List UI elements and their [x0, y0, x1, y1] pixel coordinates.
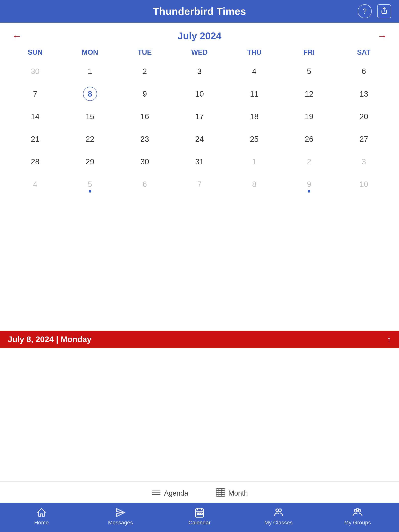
month-label: Month: [228, 489, 248, 497]
day-number: 14: [28, 109, 42, 123]
day-number: 25: [247, 132, 261, 146]
day-header-tue: TUE: [117, 45, 172, 60]
calendar-day[interactable]: 13: [336, 82, 391, 105]
day-number: 30: [138, 155, 152, 169]
share-button[interactable]: [377, 4, 391, 18]
nav-label-groups: My Groups: [344, 519, 371, 526]
calendar-day[interactable]: 6: [117, 173, 172, 196]
calendar-day[interactable]: 20: [336, 105, 391, 128]
share-icon: [381, 7, 388, 16]
calendar-day[interactable]: 4: [227, 60, 282, 82]
nav-item-calendar[interactable]: Calendar: [180, 507, 219, 526]
calendar-day[interactable]: 29: [63, 150, 117, 173]
day-number: 8: [247, 177, 261, 191]
calendar-day[interactable]: 3: [172, 60, 227, 82]
day-number: 28: [28, 155, 42, 169]
calendar-day[interactable]: 5: [63, 173, 117, 196]
calendar-day[interactable]: 16: [117, 105, 172, 128]
calendar-week-1: 78910111213: [8, 82, 391, 105]
calendar-day[interactable]: 9: [117, 82, 172, 105]
calendar-day[interactable]: 17: [172, 105, 227, 128]
calendar-day[interactable]: 7: [172, 173, 227, 196]
nav-item-home[interactable]: Home: [22, 507, 61, 526]
nav-item-groups[interactable]: My Groups: [338, 507, 377, 526]
calendar-day[interactable]: 6: [336, 60, 391, 82]
calendar-day[interactable]: 21: [8, 128, 63, 150]
day-number: 6: [138, 177, 152, 191]
calendar-day[interactable]: 27: [336, 128, 391, 150]
nav-item-messages[interactable]: Messages: [101, 507, 140, 526]
calendar-day[interactable]: 18: [227, 105, 282, 128]
day-number: 4: [247, 64, 261, 78]
day-header-wed: WED: [172, 45, 227, 60]
svg-rect-17: [197, 513, 199, 514]
calendar-day[interactable]: 10: [172, 82, 227, 105]
day-number: 12: [302, 87, 316, 101]
agenda-icon: [151, 488, 161, 499]
calendar-day[interactable]: 28: [8, 150, 63, 173]
calendar-day[interactable]: 9: [282, 173, 336, 196]
calendar-day[interactable]: 7: [8, 82, 63, 105]
day-number: 30: [28, 64, 42, 78]
calendar-day[interactable]: 24: [172, 128, 227, 150]
calendar-day[interactable]: 26: [282, 128, 336, 150]
day-number: 7: [193, 177, 206, 191]
day-number: 31: [193, 155, 206, 169]
svg-marker-12: [116, 508, 124, 517]
calendar-header-row: SUNMONTUEWEDTHUFRISAT: [8, 45, 391, 60]
calendar-day[interactable]: 14: [8, 105, 63, 128]
calendar-day[interactable]: 4: [8, 173, 63, 196]
calendar-week-3: 21222324252627: [8, 128, 391, 150]
month-view-button[interactable]: Month: [215, 487, 248, 499]
calendar-day[interactable]: 23: [117, 128, 172, 150]
calendar-day[interactable]: 10: [336, 173, 391, 196]
calendar-day[interactable]: 30: [8, 60, 63, 82]
calendar-icon: [194, 507, 205, 518]
calendar-day[interactable]: 5: [282, 60, 336, 82]
calendar-day[interactable]: 1: [63, 60, 117, 82]
bottom-navigation: Home Messages Calendar My Classes: [0, 503, 399, 532]
event-dot: [89, 190, 91, 193]
nav-label-calendar: Calendar: [188, 519, 211, 526]
day-number: 4: [28, 177, 42, 191]
calendar-day[interactable]: 3: [336, 150, 391, 173]
calendar-day[interactable]: 11: [227, 82, 282, 105]
day-number: 5: [302, 64, 316, 78]
day-number: 23: [138, 132, 152, 146]
calendar-day[interactable]: 19: [282, 105, 336, 128]
day-number: 29: [83, 155, 97, 169]
prev-month-button[interactable]: ←: [8, 31, 26, 41]
next-month-button[interactable]: →: [373, 31, 391, 41]
calendar-day[interactable]: 25: [227, 128, 282, 150]
nav-item-classes[interactable]: My Classes: [259, 507, 298, 526]
day-number: 13: [357, 87, 371, 101]
calendar-day[interactable]: 30: [117, 150, 172, 173]
day-number: 24: [193, 132, 206, 146]
day-number: 26: [302, 132, 316, 146]
app-header: Thunderbird Times ?: [0, 0, 399, 23]
day-number: 21: [28, 132, 42, 146]
day-number: 3: [357, 155, 371, 169]
help-button[interactable]: ?: [358, 4, 372, 18]
classes-icon: [273, 507, 284, 518]
day-header-sun: SUN: [8, 45, 63, 60]
calendar-day[interactable]: 1: [227, 150, 282, 173]
scroll-up-arrow[interactable]: ↑: [387, 335, 391, 344]
calendar-day[interactable]: 8: [63, 82, 117, 105]
day-number: 19: [302, 109, 316, 123]
calendar-day[interactable]: 8: [227, 173, 282, 196]
selected-date-banner: July 8, 2024 | Monday ↑: [0, 331, 399, 348]
app-title: Thunderbird Times: [153, 6, 246, 17]
calendar-day[interactable]: 2: [282, 150, 336, 173]
calendar-week-5: 45678910: [8, 173, 391, 196]
month-title: July 2024: [178, 30, 221, 42]
calendar-day[interactable]: 31: [172, 150, 227, 173]
calendar-day[interactable]: 12: [282, 82, 336, 105]
day-number: 1: [247, 155, 261, 169]
day-number: 10: [193, 87, 206, 101]
calendar-day[interactable]: 2: [117, 60, 172, 82]
calendar-day[interactable]: 22: [63, 128, 117, 150]
calendar-day[interactable]: 15: [63, 105, 117, 128]
day-header-fri: FRI: [282, 45, 336, 60]
agenda-view-button[interactable]: Agenda: [151, 488, 188, 499]
